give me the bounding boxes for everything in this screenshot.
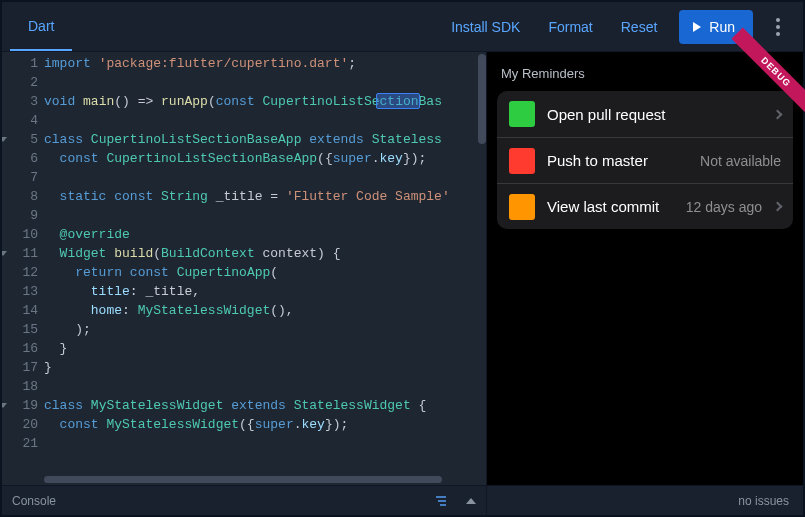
code-line[interactable] bbox=[44, 206, 486, 225]
code-line[interactable]: title: _title, bbox=[44, 282, 486, 301]
line-number: 18 bbox=[2, 377, 38, 396]
line-number: 11 bbox=[2, 244, 38, 263]
code-line[interactable]: home: MyStatelessWidget(), bbox=[44, 301, 486, 320]
list-item-title: View last commit bbox=[547, 198, 674, 215]
play-icon bbox=[693, 22, 701, 32]
format-link[interactable]: Format bbox=[534, 13, 606, 41]
tab-dart[interactable]: Dart bbox=[10, 2, 72, 51]
color-swatch-icon bbox=[509, 148, 535, 174]
more-vertical-icon bbox=[776, 18, 780, 36]
fold-caret-icon[interactable] bbox=[2, 251, 7, 260]
code-line[interactable]: @override bbox=[44, 225, 486, 244]
preview-list: Open pull requestPush to masterNot avail… bbox=[497, 91, 793, 229]
line-number: 17 bbox=[2, 358, 38, 377]
code-line[interactable]: const CupertinoListSectionBaseApp({super… bbox=[44, 149, 486, 168]
line-number: 20 bbox=[2, 415, 38, 434]
line-number: 9 bbox=[2, 206, 38, 225]
run-button-label: Run bbox=[709, 19, 735, 35]
preview-content: My Reminders Open pull requestPush to ma… bbox=[487, 52, 803, 485]
line-number: 4 bbox=[2, 111, 38, 130]
line-number: 16 bbox=[2, 339, 38, 358]
editor-pane: 123456789101112131415161718192021 import… bbox=[2, 52, 487, 515]
code-line[interactable] bbox=[44, 377, 486, 396]
code-line[interactable] bbox=[44, 434, 486, 453]
toolbar: Dart Install SDK Format Reset Run bbox=[2, 2, 803, 52]
color-swatch-icon bbox=[509, 101, 535, 127]
line-number: 8 bbox=[2, 187, 38, 206]
horizontal-scrollbar-thumb[interactable] bbox=[44, 476, 442, 483]
code-line[interactable]: class MyStatelessWidget extends Stateles… bbox=[44, 396, 486, 415]
code-line[interactable]: static const String _title = 'Flutter Co… bbox=[44, 187, 486, 206]
vertical-scrollbar-thumb[interactable] bbox=[478, 54, 486, 144]
line-number: 2 bbox=[2, 73, 38, 92]
code-line[interactable]: } bbox=[44, 358, 486, 377]
list-item[interactable]: View last commit12 days ago bbox=[497, 183, 793, 229]
console-bar: Console bbox=[2, 485, 486, 515]
list-item[interactable]: Open pull request bbox=[497, 91, 793, 137]
code-content[interactable]: import 'package:flutter/cupertino.dart';… bbox=[42, 52, 486, 485]
color-swatch-icon bbox=[509, 194, 535, 220]
code-line[interactable]: return const CupertinoApp( bbox=[44, 263, 486, 282]
line-number: 21 bbox=[2, 434, 38, 453]
chevron-right-icon bbox=[773, 202, 783, 212]
preview-pane: DEBUG My Reminders Open pull requestPush… bbox=[487, 52, 803, 515]
reset-link[interactable]: Reset bbox=[607, 13, 672, 41]
code-line[interactable] bbox=[44, 73, 486, 92]
install-sdk-link[interactable]: Install SDK bbox=[437, 13, 534, 41]
line-number: 19 bbox=[2, 396, 38, 415]
code-line[interactable]: } bbox=[44, 339, 486, 358]
list-item-subtitle: Not available bbox=[700, 153, 781, 169]
code-line[interactable]: import 'package:flutter/cupertino.dart'; bbox=[44, 54, 486, 73]
list-item[interactable]: Push to masterNot available bbox=[497, 137, 793, 183]
code-line[interactable]: Widget build(BuildContext context) { bbox=[44, 244, 486, 263]
main-split: 123456789101112131415161718192021 import… bbox=[2, 52, 803, 515]
preview-status-bar: no issues bbox=[487, 485, 803, 515]
issues-label: no issues bbox=[738, 494, 789, 508]
line-gutter: 123456789101112131415161718192021 bbox=[2, 52, 42, 485]
code-line[interactable] bbox=[44, 168, 486, 187]
list-item-subtitle: 12 days ago bbox=[686, 199, 762, 215]
code-line[interactable]: class CupertinoListSectionBaseApp extend… bbox=[44, 130, 486, 149]
line-number: 14 bbox=[2, 301, 38, 320]
code-editor[interactable]: 123456789101112131415161718192021 import… bbox=[2, 52, 486, 485]
code-line[interactable] bbox=[44, 111, 486, 130]
line-number: 10 bbox=[2, 225, 38, 244]
console-label: Console bbox=[12, 494, 56, 508]
chevron-right-icon bbox=[773, 109, 783, 119]
code-line[interactable]: ); bbox=[44, 320, 486, 339]
overflow-menu-button[interactable] bbox=[761, 10, 795, 44]
fold-caret-icon[interactable] bbox=[2, 403, 7, 412]
line-number: 13 bbox=[2, 282, 38, 301]
dartpad-app: Dart Install SDK Format Reset Run 123456… bbox=[0, 0, 805, 517]
list-item-title: Push to master bbox=[547, 152, 688, 169]
list-item-title: Open pull request bbox=[547, 106, 762, 123]
list-icon[interactable] bbox=[434, 495, 454, 507]
line-number: 12 bbox=[2, 263, 38, 282]
line-number: 15 bbox=[2, 320, 38, 339]
line-number: 3 bbox=[2, 92, 38, 111]
expand-console-icon[interactable] bbox=[466, 498, 476, 504]
line-number: 6 bbox=[2, 149, 38, 168]
code-line[interactable]: const MyStatelessWidget({super.key}); bbox=[44, 415, 486, 434]
line-number: 1 bbox=[2, 54, 38, 73]
line-number: 7 bbox=[2, 168, 38, 187]
fold-caret-icon[interactable] bbox=[2, 137, 7, 146]
line-number: 5 bbox=[2, 130, 38, 149]
code-line[interactable]: void main() => runApp(const CupertinoLis… bbox=[44, 92, 486, 111]
